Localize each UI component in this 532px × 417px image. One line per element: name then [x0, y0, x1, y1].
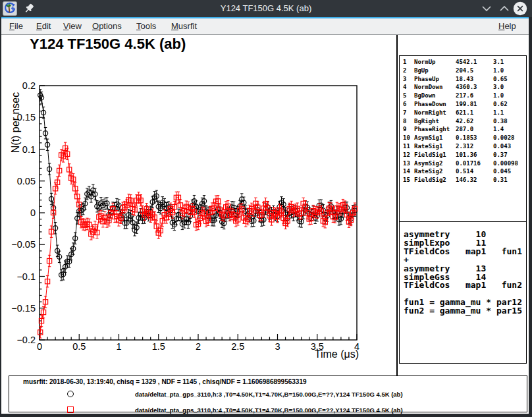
parameter-row: 4NormDown4360.33.0 — [400, 83, 526, 92]
theory-text: asymmetry 10 simplExpo 11 TFieldCos map1… — [404, 231, 522, 316]
plot-canvas[interactable]: 00.511.522.533.54−0.2−0.15−0.1−0.0500.05… — [0, 35, 396, 375]
root-canvas: Y124 TF150G 4.5K (ab) 00.511.522.533.54−… — [0, 35, 532, 375]
x-tick-label: 1 — [116, 341, 121, 352]
window-border-left — [0, 17, 1, 417]
series-h3 — [38, 90, 358, 281]
y-tick-label: 0.2 — [22, 80, 36, 91]
parameter-row: 1NormUp4542.13.1 — [400, 58, 526, 67]
close-button[interactable] — [513, 1, 527, 16]
menu-item-options[interactable]: Options — [92, 18, 122, 34]
info-pad: musrfit: 2018-06-30, 13:19:40, chisq = 1… — [0, 375, 532, 414]
y-tick-label: 0.1 — [22, 144, 36, 155]
minimize-button[interactable] — [479, 2, 494, 15]
parameter-row: 11RateSig12.3120.043 — [400, 142, 526, 151]
series-line — [40, 96, 355, 275]
open-square-marker — [67, 406, 74, 413]
parameter-row: 8BgRight42.620.38 — [400, 117, 526, 126]
application-window: Y124 TF150G 4.5K (ab) FileEditViewOption… — [0, 0, 532, 417]
fit-parameters-box: 1NormUp4542.13.12BgUp204.51.03PhaseUp18.… — [399, 55, 527, 222]
y-tick-label: −0.2 — [16, 335, 36, 345]
menu-item-tools[interactable]: Tools — [136, 18, 156, 34]
parameter-row: 10AsymSig10.18530.0028 — [400, 134, 526, 142]
series-h4 — [38, 142, 358, 338]
x-tick-label: 3 — [275, 341, 280, 352]
maximize-button[interactable] — [497, 2, 512, 15]
menu-item-musrfit[interactable]: Musrfit — [171, 18, 197, 34]
info-box: musrfit: 2018-06-30, 13:19:40, chisq = 1… — [9, 375, 527, 412]
parameter-row: 14RateSig20.5140.045 — [400, 167, 526, 176]
parameter-row: 3PhaseUp18.430.65 — [400, 75, 526, 84]
menu-item-view[interactable]: View — [63, 18, 82, 34]
window-border-bottom — [0, 414, 532, 417]
window-border-right — [529, 17, 532, 417]
y-tick-label: −0.15 — [11, 303, 36, 314]
parameter-row: 13AsymSig20.017160.00098 — [400, 159, 526, 168]
parameter-row: 5BgDown217.61.0 — [400, 92, 526, 100]
parameter-row: 9PhaseRight287.01.4 — [400, 125, 526, 134]
y-axis-title: N(t) per nsec — [10, 92, 21, 153]
y-tick-label: 0 — [30, 208, 36, 218]
parameter-row: 12FieldSig1101.360.37 — [400, 151, 526, 159]
menubar: FileEditViewOptionsToolsMusrfitHelp — [0, 18, 532, 35]
x-tick-label: 1.5 — [152, 341, 165, 352]
legend-row: data/deltat_pta_gps_3110,h:3 ,T0=4.50K,T… — [9, 390, 523, 399]
y-tick-label: −0.1 — [16, 271, 36, 282]
y-tick-label: −0.05 — [11, 239, 36, 250]
legend-label: data/deltat_pta_gps_3110,h:3 ,T0=4.50K,T… — [135, 391, 403, 398]
x-tick-label: 0.5 — [72, 341, 86, 352]
window-title: Y124 TF150G 4.5K (ab) — [0, 0, 532, 17]
x-tick-label: 2 — [196, 341, 201, 352]
menu-item-edit[interactable]: Edit — [36, 18, 51, 34]
menu-item-file[interactable]: File — [9, 18, 23, 34]
parameter-row: 7NormRight621.11.1 — [400, 109, 526, 117]
x-axis-title: Time (μs) — [315, 348, 359, 360]
menu-item-help[interactable]: Help — [498, 18, 516, 34]
series-line — [40, 148, 355, 333]
fit-status-line: musrfit: 2018-06-30, 13:19:40, chisq = 1… — [23, 378, 307, 385]
y-tick-label: 0.05 — [17, 176, 36, 186]
parameter-row: 15FieldSig2146.320.31 — [400, 176, 526, 184]
x-tick-label: 0 — [37, 341, 42, 352]
parameter-row: 6PhaseDown199.810.62 — [400, 100, 526, 109]
parameter-row: 2BgUp204.51.0 — [400, 67, 526, 75]
titlebar[interactable]: Y124 TF150G 4.5K (ab) — [0, 0, 532, 17]
theory-box: asymmetry 10 simplExpo 11 TFieldCos map1… — [399, 222, 527, 364]
open-circle-marker — [67, 391, 74, 397]
pad-divider — [396, 35, 398, 375]
legend-label: data/deltat_pta_gps_3110,h:4 ,T0=4.50K,T… — [135, 406, 403, 414]
x-tick-label: 2.5 — [231, 341, 244, 352]
